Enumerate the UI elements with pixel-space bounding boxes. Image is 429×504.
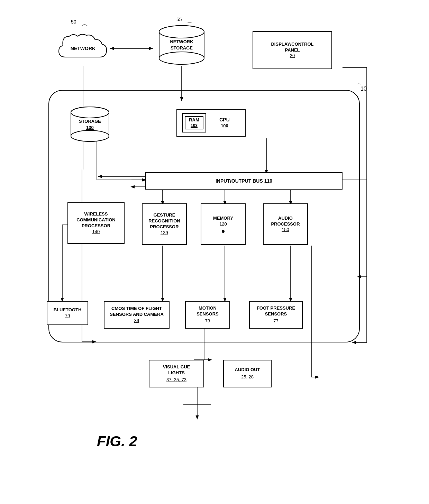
ram-ref: 103 [191,123,198,129]
storage-cylinder: STORAGE130 [67,106,112,144]
cpu-label: CPU [219,117,230,123]
ref-10-bracket: ⌒ [356,83,361,89]
motion-box: MOTIONSENSORS 73 [185,301,230,329]
foot-pressure-label: FOOT PRESSURESENSORS [257,305,295,317]
display-control-label: DISPLAY/CONTROLPANEL [271,42,313,53]
ref-10: 10 [360,86,367,92]
display-control-ref: 20 [290,53,295,59]
ref-55: 55 [176,17,182,22]
diagram-container: 50 ⌒ 55 ⌒ NETWORK NETWORKSTORAGE DISPLAY… [28,10,401,460]
cmos-box: CMOS TIME OF FLIGHTSENSORS AND CAMERA 39 [104,301,170,329]
audio-proc-ref: 150 [282,227,289,233]
memory-box: MEMORY 120 [201,203,246,245]
cmos-ref: 39 [134,318,139,324]
audio-out-box: AUDIO OUT 25, 28 [223,360,272,387]
svg-point-38 [159,26,204,38]
memory-dot [222,230,225,233]
audio-proc-box: AUDIOPROCESSOR 150 [263,203,308,245]
cpu-ram-box: RAM 103 CPU 100 [176,109,246,137]
audio-out-ref: 25, 28 [241,374,254,380]
wireless-box: WIRELESSCOMMUNICATIONPROCESSOR 140 [67,202,125,244]
gesture-box: GESTURERECOGNITIONPROCESSOR 139 [142,203,187,245]
visual-cue-ref: 37, 35, 73 [166,377,186,383]
audio-out-label: AUDIO OUT [235,367,260,373]
visual-cue-label: VISUAL CUELIGHTS [163,364,190,376]
memory-label: MEMORY [213,216,233,221]
network-storage-cylinder: NETWORKSTORAGE [156,24,208,66]
ref-50-bracket: ⌒ [81,24,88,32]
gesture-label: GESTURERECOGNITIONPROCESSOR [148,212,180,230]
storage-label: STORAGE130 [79,118,101,131]
ram-label: RAM [189,117,199,123]
motion-ref: 73 [205,318,210,324]
network-storage-label: NETWORKSTORAGE [170,39,193,51]
svg-point-37 [159,52,204,64]
motion-label: MOTIONSENSORS [197,305,219,317]
memory-ref: 120 [219,221,227,227]
bluetooth-box: BLUETOOTH 79 [47,301,88,325]
audio-proc-label: AUDIOPROCESSOR [271,216,300,227]
cmos-label: CMOS TIME OF FLIGHTSENSORS AND CAMERA [110,306,164,318]
foot-pressure-ref: 77 [273,318,278,324]
wireless-label: WIRELESSCOMMUNICATIONPROCESSOR [76,211,115,229]
io-bus-label: INPUT/OUTPUT BUS 110 [216,178,272,184]
cpu-ref: 100 [221,123,228,129]
svg-point-41 [71,130,109,141]
display-control-box: DISPLAY/CONTROLPANEL 20 [253,31,332,69]
bluetooth-ref: 79 [65,313,70,319]
wireless-ref: 140 [92,229,100,235]
io-bus-box: INPUT/OUTPUT BUS 110 [145,172,343,190]
svg-point-42 [71,107,109,118]
visual-cue-box: VISUAL CUELIGHTS 37, 35, 73 [149,360,204,387]
bluetooth-label: BLUETOOTH [54,307,82,313]
network-label: NETWORK [71,46,95,51]
network-cloud: NETWORK [55,31,111,66]
fig-label: FIG. 2 [97,433,137,450]
gesture-ref: 139 [161,230,168,236]
foot-pressure-box: FOOT PRESSURESENSORS 77 [249,301,303,329]
ref-50: 50 [71,19,76,25]
